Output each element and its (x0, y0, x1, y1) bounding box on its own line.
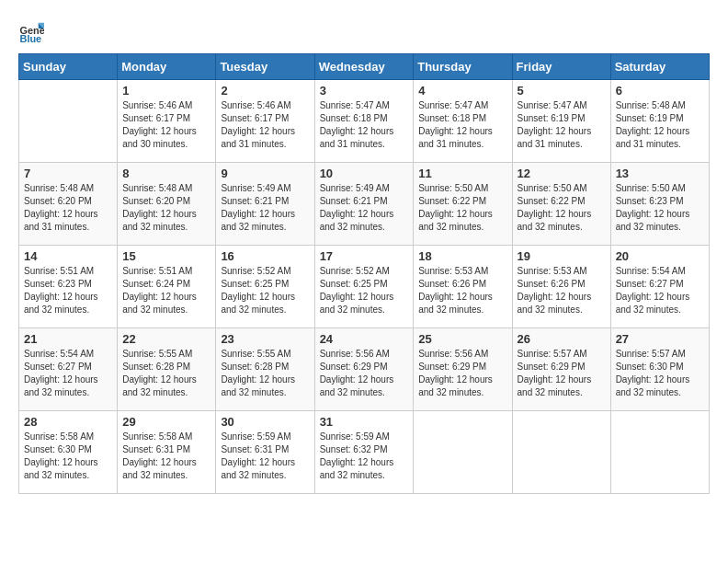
day-number: 1 (122, 84, 210, 98)
calendar-cell: 12Sunrise: 5:50 AM Sunset: 6:22 PM Dayli… (512, 163, 610, 246)
calendar-cell: 2Sunrise: 5:46 AM Sunset: 6:17 PM Daylig… (216, 80, 314, 163)
day-info: Sunrise: 5:55 AM Sunset: 6:28 PM Dayligh… (221, 348, 309, 399)
day-number: 16 (221, 249, 309, 263)
day-info: Sunrise: 5:46 AM Sunset: 6:17 PM Dayligh… (221, 99, 309, 151)
day-info: Sunrise: 5:47 AM Sunset: 6:18 PM Dayligh… (418, 99, 506, 151)
day-number: 10 (320, 167, 409, 180)
calendar-cell: 20Sunrise: 5:54 AM Sunset: 6:27 PM Dayli… (610, 246, 709, 328)
calendar-cell: 11Sunrise: 5:50 AM Sunset: 6:22 PM Dayli… (414, 163, 512, 246)
day-number: 20 (616, 249, 704, 263)
day-info: Sunrise: 5:58 AM Sunset: 6:31 PM Dayligh… (122, 431, 210, 482)
calendar-cell: 31Sunrise: 5:59 AM Sunset: 6:32 PM Dayli… (314, 411, 414, 494)
day-number: 15 (122, 249, 210, 263)
calendar-week-row: 21Sunrise: 5:54 AM Sunset: 6:27 PM Dayli… (19, 328, 710, 411)
day-number: 31 (320, 415, 409, 429)
day-number: 5 (518, 84, 606, 98)
day-number: 7 (24, 167, 112, 180)
day-info: Sunrise: 5:50 AM Sunset: 6:22 PM Dayligh… (518, 182, 606, 234)
day-number: 19 (518, 249, 606, 263)
calendar-table: SundayMondayTuesdayWednesdayThursdayFrid… (18, 53, 710, 494)
day-number: 27 (616, 332, 704, 346)
calendar-cell: 28Sunrise: 5:58 AM Sunset: 6:30 PM Dayli… (19, 411, 118, 494)
calendar-cell: 10Sunrise: 5:49 AM Sunset: 6:21 PM Dayli… (314, 163, 414, 246)
calendar-header-row: SundayMondayTuesdayWednesdayThursdayFrid… (19, 54, 710, 80)
day-info: Sunrise: 5:51 AM Sunset: 6:24 PM Dayligh… (122, 265, 210, 316)
day-number: 30 (221, 415, 309, 429)
day-info: Sunrise: 5:48 AM Sunset: 6:19 PM Dayligh… (616, 99, 704, 151)
day-info: Sunrise: 5:50 AM Sunset: 6:22 PM Dayligh… (418, 182, 506, 234)
day-info: Sunrise: 5:59 AM Sunset: 6:32 PM Dayligh… (320, 431, 409, 482)
calendar-cell: 30Sunrise: 5:59 AM Sunset: 6:31 PM Dayli… (216, 411, 314, 494)
day-info: Sunrise: 5:55 AM Sunset: 6:28 PM Dayligh… (122, 348, 210, 399)
calendar-day-header: Friday (512, 54, 610, 80)
calendar-week-row: 1Sunrise: 5:46 AM Sunset: 6:17 PM Daylig… (19, 80, 710, 163)
calendar-day-header: Thursday (414, 54, 512, 80)
day-info: Sunrise: 5:48 AM Sunset: 6:20 PM Dayligh… (24, 182, 112, 234)
svg-text:Blue: Blue (20, 33, 42, 44)
day-info: Sunrise: 5:47 AM Sunset: 6:19 PM Dayligh… (518, 99, 606, 151)
day-number: 28 (24, 415, 112, 429)
day-info: Sunrise: 5:56 AM Sunset: 6:29 PM Dayligh… (320, 348, 409, 399)
day-number: 3 (320, 84, 409, 98)
calendar-day-header: Tuesday (216, 54, 314, 80)
calendar-week-row: 28Sunrise: 5:58 AM Sunset: 6:30 PM Dayli… (19, 411, 710, 494)
calendar-day-header: Saturday (610, 54, 709, 80)
calendar-cell (512, 411, 610, 494)
day-number: 13 (616, 167, 704, 180)
page-header: General Blue (18, 18, 710, 44)
calendar-week-row: 14Sunrise: 5:51 AM Sunset: 6:23 PM Dayli… (19, 246, 710, 328)
day-info: Sunrise: 5:52 AM Sunset: 6:25 PM Dayligh… (221, 265, 309, 316)
calendar-day-header: Sunday (19, 54, 118, 80)
calendar-cell: 16Sunrise: 5:52 AM Sunset: 6:25 PM Dayli… (216, 246, 314, 328)
calendar-cell: 23Sunrise: 5:55 AM Sunset: 6:28 PM Dayli… (216, 328, 314, 411)
day-info: Sunrise: 5:50 AM Sunset: 6:23 PM Dayligh… (616, 182, 704, 234)
day-info: Sunrise: 5:47 AM Sunset: 6:18 PM Dayligh… (320, 99, 409, 151)
calendar-week-row: 7Sunrise: 5:48 AM Sunset: 6:20 PM Daylig… (19, 163, 710, 246)
calendar-day-header: Monday (118, 54, 216, 80)
calendar-cell: 6Sunrise: 5:48 AM Sunset: 6:19 PM Daylig… (610, 80, 709, 163)
calendar-cell: 29Sunrise: 5:58 AM Sunset: 6:31 PM Dayli… (118, 411, 216, 494)
calendar-cell: 24Sunrise: 5:56 AM Sunset: 6:29 PM Dayli… (314, 328, 414, 411)
calendar-cell: 27Sunrise: 5:57 AM Sunset: 6:30 PM Dayli… (610, 328, 709, 411)
day-number: 17 (320, 249, 409, 263)
day-info: Sunrise: 5:54 AM Sunset: 6:27 PM Dayligh… (616, 265, 704, 316)
calendar-cell: 14Sunrise: 5:51 AM Sunset: 6:23 PM Dayli… (19, 246, 118, 328)
day-info: Sunrise: 5:53 AM Sunset: 6:26 PM Dayligh… (418, 265, 506, 316)
calendar-cell (610, 411, 709, 494)
calendar-cell: 21Sunrise: 5:54 AM Sunset: 6:27 PM Dayli… (19, 328, 118, 411)
day-number: 8 (122, 167, 210, 180)
day-number: 9 (221, 167, 309, 180)
day-info: Sunrise: 5:56 AM Sunset: 6:29 PM Dayligh… (418, 348, 506, 399)
calendar-cell: 1Sunrise: 5:46 AM Sunset: 6:17 PM Daylig… (118, 80, 216, 163)
calendar-cell: 7Sunrise: 5:48 AM Sunset: 6:20 PM Daylig… (19, 163, 118, 246)
day-number: 21 (24, 332, 112, 346)
calendar-cell: 22Sunrise: 5:55 AM Sunset: 6:28 PM Dayli… (118, 328, 216, 411)
day-number: 22 (122, 332, 210, 346)
calendar-cell: 18Sunrise: 5:53 AM Sunset: 6:26 PM Dayli… (414, 246, 512, 328)
day-info: Sunrise: 5:53 AM Sunset: 6:26 PM Dayligh… (518, 265, 606, 316)
day-number: 23 (221, 332, 309, 346)
day-info: Sunrise: 5:46 AM Sunset: 6:17 PM Dayligh… (122, 99, 210, 151)
day-info: Sunrise: 5:59 AM Sunset: 6:31 PM Dayligh… (221, 431, 309, 482)
day-number: 24 (320, 332, 409, 346)
day-number: 4 (418, 84, 506, 98)
calendar-cell: 19Sunrise: 5:53 AM Sunset: 6:26 PM Dayli… (512, 246, 610, 328)
day-info: Sunrise: 5:54 AM Sunset: 6:27 PM Dayligh… (24, 348, 112, 399)
day-number: 6 (616, 84, 704, 98)
day-number: 11 (418, 167, 506, 180)
logo-icon: General Blue (18, 18, 44, 44)
calendar-cell (414, 411, 512, 494)
day-number: 14 (24, 249, 112, 263)
calendar-cell: 25Sunrise: 5:56 AM Sunset: 6:29 PM Dayli… (414, 328, 512, 411)
day-info: Sunrise: 5:57 AM Sunset: 6:29 PM Dayligh… (518, 348, 606, 399)
calendar-cell: 8Sunrise: 5:48 AM Sunset: 6:20 PM Daylig… (118, 163, 216, 246)
calendar-day-header: Wednesday (314, 54, 414, 80)
day-number: 26 (518, 332, 606, 346)
day-number: 2 (221, 84, 309, 98)
day-info: Sunrise: 5:49 AM Sunset: 6:21 PM Dayligh… (221, 182, 309, 234)
day-info: Sunrise: 5:48 AM Sunset: 6:20 PM Dayligh… (122, 182, 210, 234)
calendar-cell: 5Sunrise: 5:47 AM Sunset: 6:19 PM Daylig… (512, 80, 610, 163)
day-number: 12 (518, 167, 606, 180)
day-number: 18 (418, 249, 506, 263)
day-info: Sunrise: 5:58 AM Sunset: 6:30 PM Dayligh… (24, 431, 112, 482)
